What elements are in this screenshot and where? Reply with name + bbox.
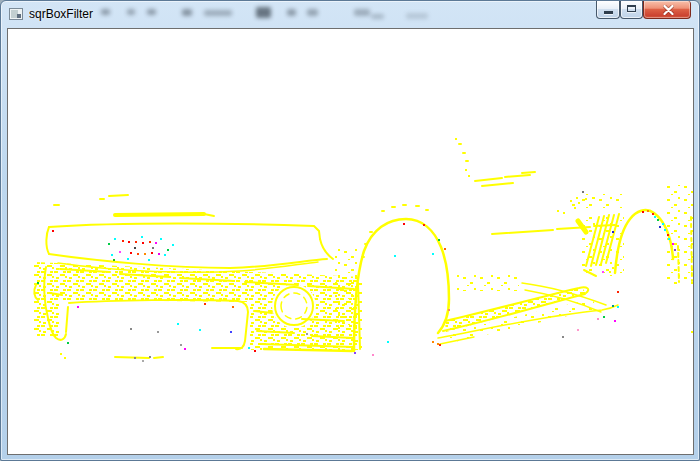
pixel-dot [134,357,136,359]
edge-path [115,214,204,215]
pixel-dot [134,247,136,249]
ghost-artifact [371,14,384,19]
app-window: sqrBoxFilter [0,0,700,461]
pixel-dot [578,202,580,204]
pixel-dot [602,271,604,273]
close-icon [663,5,674,15]
ghost-artifact [204,10,232,16]
close-button[interactable] [643,1,691,19]
pixel-dot [432,341,434,343]
pixel-dot [597,318,599,320]
image-canvas[interactable] [7,28,694,455]
pixel-dot [574,207,576,209]
pixel-dot [184,348,186,350]
pixel-dot [172,244,174,246]
pixel-dot [659,226,661,228]
pixel-dot [570,200,572,202]
pixel-dot [141,236,143,238]
pixel-dot [148,259,150,261]
texture-regions [33,185,693,350]
minimize-button[interactable] [596,1,620,19]
texture-region [572,194,622,208]
edge-path [69,300,248,349]
pixel-dot [372,354,374,356]
pixel-dot [438,239,440,241]
edge-image [8,29,693,454]
pixel-dot [448,309,450,311]
app-icon-detail-dark [17,14,21,18]
edge-path [115,357,163,358]
pixel-dot [130,328,132,330]
pixel-dot [67,342,69,344]
pixel-dot [614,320,616,322]
pixel-dot [306,333,308,335]
pixel-dot [657,219,659,221]
pixel-dot [160,238,162,240]
edge-path [66,307,68,332]
maximize-icon [627,5,636,12]
pixel-dot [248,347,250,349]
pixel-dot [465,169,467,171]
window-title: sqrBoxFilter [29,7,93,21]
pixel-dot [354,352,356,354]
pixel-dot [557,210,559,212]
pixel-dot [592,197,594,199]
pixel-dot [119,251,121,253]
pixel-dot [167,249,169,251]
pixel-dot [157,331,159,333]
pixel-dot [144,253,146,255]
edge-path [46,227,49,254]
pixel-dot [667,234,669,236]
pixel-dot [664,229,666,231]
pixel-dot [180,344,182,346]
texture-region [457,275,519,291]
pixel-dot [164,254,166,256]
pixel-dot [114,238,116,240]
pixel-dot [122,240,124,242]
ghost-artifact [354,9,370,16]
ghost-artifact [406,13,428,19]
pixel-dot [142,242,144,244]
ghost-artifact [182,9,192,16]
edge-path [272,284,316,328]
pixel-dot [617,291,619,293]
pixel-dot [691,331,693,333]
pixel-dot [563,212,565,214]
pixel-dot [674,249,676,251]
ghost-artifact [287,9,296,16]
pixel-dot [151,252,153,254]
pixel-dot [455,138,457,140]
ghost-artifact [127,9,135,15]
ghost-artifact [307,9,318,16]
ghost-artifact [256,7,271,18]
pixel-dot [60,353,62,355]
pixel-dot [152,247,154,249]
pixel-dot [127,258,129,260]
pixel-dot [652,213,654,215]
pixel-dot [654,216,656,218]
edge-path [49,224,320,240]
edge-path [362,205,428,257]
pixel-dot [128,241,130,243]
edge-path [354,219,449,351]
pixel-dot [577,329,579,331]
pixel-dot [394,255,396,257]
pixel-dot [230,331,232,333]
pixel-dot [468,175,470,177]
pixel-dot [439,344,441,346]
maximize-button[interactable] [620,1,643,19]
pixel-dot [612,267,614,269]
pixel-dot [64,357,66,359]
pixel-dot [668,238,670,240]
edge-path [204,214,214,216]
pixel-dot [37,282,39,284]
pixel-dot [647,210,649,212]
edge-path [320,239,333,259]
pixel-dot [603,316,605,318]
pixel-dot [662,223,664,225]
title-bar[interactable]: sqrBoxFilter [1,1,699,28]
pixel-dot [403,223,405,225]
pixel-dot [111,254,113,256]
pixel-dot [149,241,151,243]
pixel-dot [585,198,587,200]
